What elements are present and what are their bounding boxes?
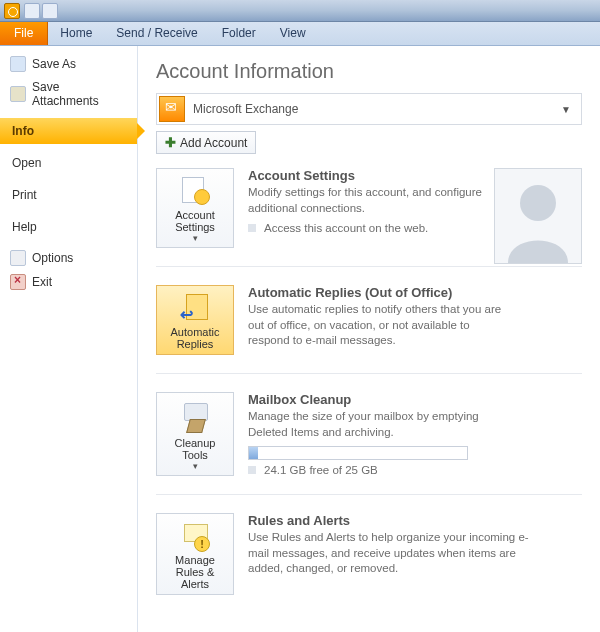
button-label: Automatic Replies xyxy=(161,326,229,350)
dropdown-caret-icon: ▾ xyxy=(193,461,198,471)
mailbox-usage-gauge xyxy=(248,446,468,460)
exit-icon xyxy=(10,274,26,290)
ribbon-tabs: File Home Send / Receive Folder View xyxy=(0,22,600,46)
sidebar-item-label: Open xyxy=(12,156,41,170)
section-heading: Rules and Alerts xyxy=(248,513,582,528)
account-settings-button[interactable]: Account Settings ▾ xyxy=(156,168,234,248)
section-rules-alerts: Manage Rules & Alerts Rules and Alerts U… xyxy=(156,494,582,613)
sidebar-print[interactable]: Print xyxy=(0,182,137,208)
attachment-icon xyxy=(10,86,26,102)
ribbon-tab-file[interactable]: File xyxy=(0,22,48,45)
svg-point-0 xyxy=(520,185,556,221)
button-label: Account Settings xyxy=(161,209,229,233)
add-account-button[interactable]: ✚ Add Account xyxy=(156,131,256,154)
section-description: Use automatic replies to notify others t… xyxy=(248,302,508,349)
button-label: Cleanup Tools xyxy=(161,437,229,461)
button-label: Add Account xyxy=(180,136,247,150)
button-label: Manage Rules & Alerts xyxy=(161,554,229,590)
automatic-replies-button[interactable]: Automatic Replies xyxy=(156,285,234,355)
automatic-replies-icon xyxy=(178,292,212,322)
section-heading: Automatic Replies (Out of Office) xyxy=(248,285,582,300)
sidebar-exit[interactable]: Exit xyxy=(0,270,137,294)
mailbox-free-label: 24.1 GB free of 25 GB xyxy=(248,464,582,476)
gauge-fill xyxy=(249,447,258,459)
plus-icon: ✚ xyxy=(165,135,176,150)
sidebar-save-as[interactable]: Save As xyxy=(0,52,137,76)
sidebar-item-label: Options xyxy=(32,251,73,265)
sidebar-item-label: Info xyxy=(12,124,34,138)
profile-avatar xyxy=(494,168,582,264)
section-description: Manage the size of your mailbox by empty… xyxy=(248,409,508,440)
page-title: Account Information xyxy=(156,60,582,83)
section-description: Modify settings for this account, and co… xyxy=(248,185,508,216)
section-heading: Mailbox Cleanup xyxy=(248,392,582,407)
manage-rules-alerts-button[interactable]: Manage Rules & Alerts xyxy=(156,513,234,595)
cleanup-icon xyxy=(178,403,212,433)
dropdown-caret-icon: ▾ xyxy=(193,233,198,243)
section-automatic-replies: Automatic Replies Automatic Replies (Out… xyxy=(156,266,582,373)
sidebar-open[interactable]: Open xyxy=(0,150,137,176)
qat-icon[interactable] xyxy=(42,3,58,19)
cleanup-tools-button[interactable]: Cleanup Tools ▾ xyxy=(156,392,234,476)
section-mailbox-cleanup: Cleanup Tools ▾ Mailbox Cleanup Manage t… xyxy=(156,373,582,494)
sidebar-item-label: Save Attachments xyxy=(32,80,127,108)
section-description: Use Rules and Alerts to help organize yo… xyxy=(248,530,548,577)
dropdown-caret-icon: ▼ xyxy=(557,104,575,115)
ribbon-tab-home[interactable]: Home xyxy=(48,22,104,45)
backstage-sidebar: Save As Save Attachments Info Open Print… xyxy=(0,46,138,632)
account-name: Microsoft Exchange xyxy=(193,102,557,116)
account-settings-icon xyxy=(178,175,212,205)
backstage-content: Account Information Microsoft Exchange ▼… xyxy=(138,46,600,632)
sidebar-info[interactable]: Info xyxy=(0,118,137,144)
sidebar-item-label: Exit xyxy=(32,275,52,289)
sidebar-item-label: Help xyxy=(12,220,37,234)
sidebar-options[interactable]: Options xyxy=(0,246,137,270)
rules-alerts-icon xyxy=(178,520,212,550)
sidebar-item-label: Save As xyxy=(32,57,76,71)
sidebar-help[interactable]: Help xyxy=(0,214,137,240)
section-account-settings: Account Settings ▾ Account Settings Modi… xyxy=(156,154,582,266)
account-selector[interactable]: Microsoft Exchange ▼ xyxy=(156,93,582,125)
exchange-icon xyxy=(159,96,185,122)
sidebar-item-label: Print xyxy=(12,188,37,202)
sidebar-save-attachments[interactable]: Save Attachments xyxy=(0,76,137,112)
ribbon-tab-folder[interactable]: Folder xyxy=(210,22,268,45)
ribbon-tab-send-receive[interactable]: Send / Receive xyxy=(104,22,209,45)
outlook-app-icon xyxy=(4,3,20,19)
ribbon-tab-view[interactable]: View xyxy=(268,22,318,45)
qat-icon[interactable] xyxy=(24,3,40,19)
window-titlebar xyxy=(0,0,600,22)
person-silhouette-icon xyxy=(498,173,578,263)
options-icon xyxy=(10,250,26,266)
save-icon xyxy=(10,56,26,72)
